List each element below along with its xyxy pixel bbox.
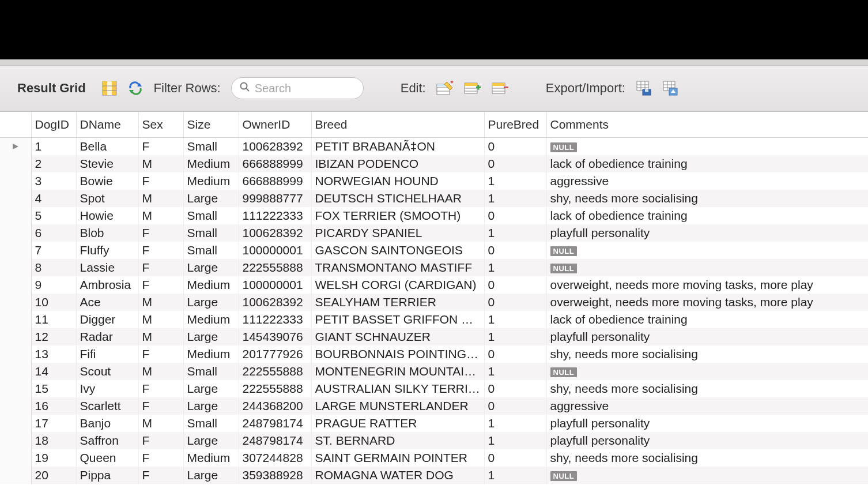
- cell-sex[interactable]: M: [138, 328, 183, 345]
- row-selector[interactable]: [0, 172, 31, 190]
- cell-purebred[interactable]: 0: [484, 397, 546, 415]
- cell-dname[interactable]: Radar: [76, 328, 138, 345]
- cell-breed[interactable]: TRANSMONTANO MASTIFF: [311, 259, 484, 276]
- cell-purebred[interactable]: 1: [484, 259, 546, 276]
- cell-comments[interactable]: playfull personality: [546, 328, 868, 345]
- cell-breed[interactable]: ROMAGNA WATER DOG: [311, 467, 484, 484]
- cell-dogid[interactable]: 20: [31, 467, 76, 484]
- cell-dogid[interactable]: 15: [31, 380, 76, 397]
- table-row[interactable]: 13FifiFMedium201777926BOURBONNAIS POINTI…: [0, 345, 868, 363]
- cell-purebred[interactable]: 1: [484, 172, 546, 190]
- cell-purebred[interactable]: 0: [484, 155, 546, 172]
- row-selector[interactable]: [0, 415, 31, 432]
- table-row[interactable]: 2StevieMMedium666888999IBIZAN PODENCO0la…: [0, 155, 868, 172]
- cell-comments[interactable]: NULL: [546, 242, 868, 259]
- cell-purebred[interactable]: 1: [484, 432, 546, 449]
- cell-size[interactable]: Small: [183, 242, 239, 259]
- cell-breed[interactable]: MONTENEGRIN MOUNTAI…: [311, 363, 484, 380]
- row-selector[interactable]: [0, 328, 31, 345]
- cell-size[interactable]: Small: [183, 138, 239, 156]
- cell-size[interactable]: Large: [183, 380, 239, 397]
- col-header-size[interactable]: Size: [183, 112, 239, 138]
- table-row[interactable]: 19QueenFMedium307244828SAINT GERMAIN POI…: [0, 449, 868, 467]
- cell-ownerid[interactable]: 307244828: [239, 449, 311, 467]
- row-selector[interactable]: [0, 363, 31, 380]
- table-row[interactable]: 1BellaFSmall100628392PETIT BRABANÃ‡ON0NU…: [0, 138, 868, 156]
- table-row[interactable]: 5HowieMSmall111222333FOX TERRIER (SMOOTH…: [0, 207, 868, 224]
- cell-sex[interactable]: F: [138, 467, 183, 484]
- row-selector[interactable]: [0, 311, 31, 328]
- row-selector[interactable]: [0, 345, 31, 363]
- cell-sex[interactable]: F: [138, 276, 183, 294]
- edit-row-icon[interactable]: [436, 81, 454, 96]
- col-header-sex[interactable]: Sex: [138, 112, 183, 138]
- cell-dname[interactable]: Spot: [76, 190, 138, 207]
- table-row[interactable]: 16ScarlettFLarge244368200LARGE MUNSTERLA…: [0, 397, 868, 415]
- cell-ownerid[interactable]: 100628392: [239, 224, 311, 242]
- cell-dogid[interactable]: 10: [31, 294, 76, 311]
- cell-breed[interactable]: PICARDY SPANIEL: [311, 224, 484, 242]
- table-row[interactable]: 9AmbrosiaFMedium100000001WELSH CORGI (CA…: [0, 276, 868, 294]
- cell-purebred[interactable]: 0: [484, 207, 546, 224]
- row-selector[interactable]: [0, 276, 31, 294]
- cell-dname[interactable]: Banjo: [76, 415, 138, 432]
- cell-size[interactable]: Large: [183, 397, 239, 415]
- cell-dname[interactable]: Saffron: [76, 432, 138, 449]
- cell-purebred[interactable]: 1: [484, 311, 546, 328]
- cell-breed[interactable]: PRAGUE RATTER: [311, 415, 484, 432]
- table-row[interactable]: 10AceMLarge100628392SEALYHAM TERRIER0ove…: [0, 294, 868, 311]
- cell-size[interactable]: Medium: [183, 172, 239, 190]
- col-header-comments[interactable]: Comments: [546, 112, 868, 138]
- cell-sex[interactable]: M: [138, 190, 183, 207]
- cell-size[interactable]: Small: [183, 224, 239, 242]
- cell-ownerid[interactable]: 100628392: [239, 138, 311, 156]
- cell-dname[interactable]: Digger: [76, 311, 138, 328]
- cell-dname[interactable]: Stevie: [76, 155, 138, 172]
- cell-breed[interactable]: BOURBONNAIS POINTING…: [311, 345, 484, 363]
- cell-sex[interactable]: F: [138, 224, 183, 242]
- cell-comments[interactable]: aggressive: [546, 172, 868, 190]
- row-selector[interactable]: [0, 432, 31, 449]
- refresh-icon[interactable]: [127, 81, 144, 96]
- cell-sex[interactable]: M: [138, 415, 183, 432]
- cell-dogid[interactable]: 16: [31, 397, 76, 415]
- cell-dogid[interactable]: 19: [31, 449, 76, 467]
- cell-purebred[interactable]: 1: [484, 190, 546, 207]
- col-header-dname[interactable]: DName: [76, 112, 138, 138]
- cell-size[interactable]: Large: [183, 259, 239, 276]
- export-icon[interactable]: [636, 80, 652, 96]
- cell-dogid[interactable]: 4: [31, 190, 76, 207]
- import-icon[interactable]: [662, 80, 678, 96]
- cell-ownerid[interactable]: 111222333: [239, 207, 311, 224]
- cell-purebred[interactable]: 0: [484, 138, 546, 156]
- table-row[interactable]: 14ScoutMSmall222555888MONTENEGRIN MOUNTA…: [0, 363, 868, 380]
- cell-breed[interactable]: SAINT GERMAIN POINTER: [311, 449, 484, 467]
- cell-dogid[interactable]: 9: [31, 276, 76, 294]
- col-header-breed[interactable]: Breed: [311, 112, 484, 138]
- cell-sex[interactable]: F: [138, 380, 183, 397]
- cell-ownerid[interactable]: 244368200: [239, 397, 311, 415]
- cell-size[interactable]: Medium: [183, 276, 239, 294]
- cell-size[interactable]: Small: [183, 363, 239, 380]
- cell-ownerid[interactable]: 666888999: [239, 155, 311, 172]
- cell-purebred[interactable]: 0: [484, 380, 546, 397]
- cell-ownerid[interactable]: 248798174: [239, 415, 311, 432]
- cell-ownerid[interactable]: 359388928: [239, 467, 311, 484]
- table-row[interactable]: 17BanjoMSmall248798174PRAGUE RATTER1play…: [0, 415, 868, 432]
- cell-sex[interactable]: F: [138, 345, 183, 363]
- cell-size[interactable]: Large: [183, 432, 239, 449]
- cell-size[interactable]: Large: [183, 294, 239, 311]
- cell-breed[interactable]: WELSH CORGI (CARDIGAN): [311, 276, 484, 294]
- cell-dogid[interactable]: 18: [31, 432, 76, 449]
- cell-comments[interactable]: NULL: [546, 467, 868, 484]
- cell-comments[interactable]: lack of obedience training: [546, 207, 868, 224]
- cell-breed[interactable]: ST. BERNARD: [311, 432, 484, 449]
- cell-comments[interactable]: playfull personality: [546, 224, 868, 242]
- cell-dname[interactable]: Lassie: [76, 259, 138, 276]
- cell-comments[interactable]: lack of obedience training: [546, 311, 868, 328]
- table-row[interactable]: 8LassieFLarge222555888TRANSMONTANO MASTI…: [0, 259, 868, 276]
- cell-comments[interactable]: shy, needs more socialising: [546, 380, 868, 397]
- cell-breed[interactable]: LARGE MUNSTERLANDER: [311, 397, 484, 415]
- cell-ownerid[interactable]: 100628392: [239, 294, 311, 311]
- cell-dname[interactable]: Queen: [76, 449, 138, 467]
